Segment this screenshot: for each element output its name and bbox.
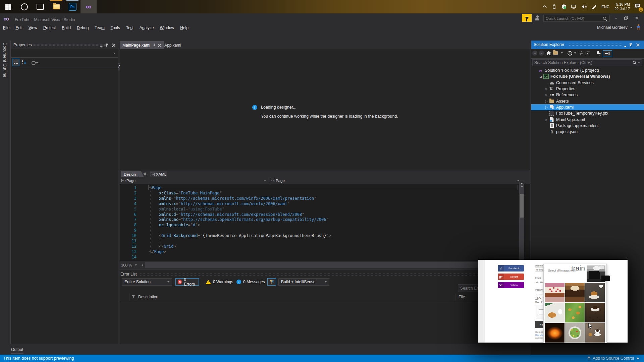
captcha-tile-pudding[interactable] (565, 283, 585, 302)
tree-item-project-json[interactable]: {}project.json (531, 129, 644, 135)
close-panel-icon[interactable] (112, 44, 115, 47)
captcha-tile-salad[interactable] (565, 303, 585, 322)
scrollbar-thumb[interactable] (520, 194, 524, 218)
tab-app-xaml[interactable]: App.xaml (161, 41, 184, 49)
horizontal-scrollbar[interactable] (145, 262, 518, 268)
se-sync-dropdown[interactable] (561, 52, 563, 54)
se-refresh-button[interactable] (578, 51, 583, 55)
tree-item-assets[interactable]: ▷Assets (531, 98, 644, 104)
se-collapse-all-button[interactable] (586, 51, 591, 56)
error-scope-dropdown[interactable]: Entire Solution (122, 278, 172, 286)
visual-studio-taskbar-button[interactable]: ∞ (80, 0, 97, 13)
filter-mode-dropdown[interactable]: Build + IntelliSense (278, 278, 329, 286)
window-position-dropdown-icon[interactable] (100, 44, 103, 48)
alphabetical-sort-button[interactable]: AZ (20, 59, 28, 66)
tab-mainpage-xaml[interactable]: MainPage.xaml (120, 41, 164, 49)
se-pending-changes-button[interactable] (567, 51, 573, 56)
tree-item-properties[interactable]: ▷Properties (531, 86, 644, 92)
close-panel-icon[interactable] (636, 43, 639, 46)
properties-panel-header[interactable]: Properties (11, 41, 118, 49)
usb-icon[interactable] (552, 4, 556, 9)
volume-icon[interactable] (582, 4, 587, 9)
se-back-button[interactable]: ◄ (532, 51, 537, 56)
breadcrumb-right[interactable]: <>Page (269, 177, 524, 184)
language-indicator[interactable]: ENG (601, 5, 609, 9)
errors-filter-button[interactable]: ✕0 Errors (175, 278, 199, 286)
se-properties-button[interactable] (595, 51, 601, 56)
facebook-login-button[interactable]: fFacebook (498, 265, 524, 272)
menu-analyze[interactable]: Analyze (137, 24, 157, 31)
messages-filter-button[interactable]: i0 Messages (234, 278, 268, 286)
tree-item-package-appxmanifest[interactable]: Package.appxmanifest (531, 123, 644, 129)
account-menu[interactable]: Michael Gordeev (597, 25, 633, 30)
tree-item-app-xaml[interactable]: ▷App.xaml (531, 104, 644, 110)
captcha-tile-salad2[interactable] (565, 323, 585, 343)
error-list-title[interactable]: Error List (120, 272, 137, 277)
menu-tools[interactable]: Tools (108, 24, 123, 31)
pin-icon[interactable] (106, 43, 107, 47)
tree-item-solution-foxtube-1-project-[interactable]: ∞Solution 'FoxTube' (1 project) (531, 67, 644, 73)
window-position-dropdown-icon[interactable] (624, 44, 627, 48)
se-pending-dropdown[interactable] (574, 52, 576, 54)
menu-test[interactable]: Test (123, 24, 137, 31)
warnings-filter-button[interactable]: 0 Warnings (203, 278, 236, 286)
tray-expand-icon[interactable] (542, 5, 547, 8)
close-tab-icon[interactable] (158, 44, 161, 47)
defender-icon[interactable] (561, 4, 567, 9)
breadcrumb-left[interactable]: <>>Page (120, 177, 269, 184)
captcha-tile-beans[interactable] (585, 303, 605, 322)
document-outline-tab[interactable]: Document Outline (2, 43, 7, 77)
recaptcha-checkbox[interactable] (539, 309, 544, 314)
newsletter-checkbox[interactable] (535, 297, 538, 300)
avatar[interactable] (636, 24, 641, 30)
task-view-button[interactable] (32, 0, 48, 13)
taskbar-clock[interactable]: 5:16 PM22-Jul-17 (614, 2, 630, 11)
captcha-tile-cake[interactable] (545, 283, 565, 302)
filter-button[interactable] (267, 278, 276, 286)
categorized-view-button[interactable] (12, 59, 19, 66)
pin-tab-icon[interactable] (153, 44, 156, 47)
menu-help[interactable]: Help (177, 24, 192, 31)
close-button[interactable]: ✕ (632, 15, 641, 21)
minimize-button[interactable]: – (611, 15, 621, 21)
menu-file[interactable]: File (0, 24, 12, 31)
network-icon[interactable] (571, 4, 577, 9)
solution-explorer-header[interactable]: Solution Explorer (531, 41, 644, 49)
column-description[interactable]: Description (138, 295, 158, 299)
output-tab[interactable]: Output (11, 347, 23, 352)
menu-window[interactable]: Window (157, 24, 177, 31)
feedback-button[interactable] (522, 14, 532, 22)
cortana-button[interactable] (16, 0, 32, 13)
tree-item-foxtube-temporarykey-pfx[interactable]: FoxTube_TemporaryKey.pfx (531, 110, 644, 116)
captcha-tile-breakfast[interactable] (545, 303, 565, 322)
tree-item-references[interactable]: ▷References (531, 92, 644, 98)
pin-icon[interactable] (630, 43, 631, 46)
start-button[interactable] (0, 0, 16, 13)
tree-item-mainpage-xaml[interactable]: ▷MainPage.xaml (531, 116, 644, 122)
menu-build[interactable]: Build (59, 24, 74, 31)
menu-project[interactable]: Project (40, 24, 59, 31)
xaml-view-tab[interactable]: <>XAML (150, 171, 167, 178)
swap-panes-icon[interactable]: ⇅ (143, 172, 146, 176)
design-view-tab[interactable]: Design (121, 171, 139, 178)
restore-button[interactable] (621, 15, 631, 21)
solution-explorer-search-input[interactable]: Search Solution Explorer (Ctrl+;) (532, 59, 642, 66)
action-center-icon[interactable]: 1 (635, 3, 641, 10)
photoshop-button[interactable]: Ps (64, 0, 80, 13)
yahoo-login-button[interactable]: Y!Yahoo (498, 282, 524, 288)
pen-icon[interactable] (592, 4, 597, 9)
se-sync-button[interactable] (553, 51, 558, 55)
captcha-tile-glow[interactable] (545, 323, 565, 343)
se-forward-button[interactable]: ► (539, 51, 544, 56)
menu-debug[interactable]: Debug (74, 24, 92, 31)
file-explorer-button[interactable] (48, 0, 64, 13)
floating-browser-window[interactable]: fFacebook g+Google Y!Yahoo Userna dr doo… (478, 260, 628, 343)
property-pages-button[interactable] (31, 59, 38, 66)
user-profile-icon[interactable] (535, 15, 543, 21)
zoom-control[interactable]: 100 % (120, 262, 140, 268)
quick-launch-input[interactable]: Quick Launch (Ctrl+Q) (543, 15, 610, 22)
menu-team[interactable]: Team (92, 24, 107, 31)
add-to-source-control[interactable]: Add to Source Control (587, 356, 639, 361)
menu-edit[interactable]: Edit (12, 24, 25, 31)
captcha-tile-pancakes[interactable] (585, 283, 605, 302)
